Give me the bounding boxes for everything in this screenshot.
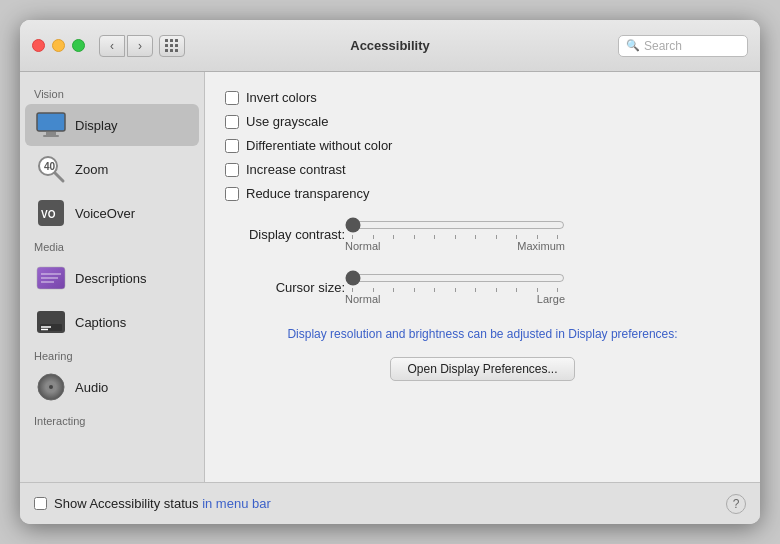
forward-button[interactable]: ›: [127, 35, 153, 57]
cursor-size-label: Cursor size:: [225, 280, 345, 295]
zoom-icon: 40: [35, 153, 67, 185]
reduce-transparency-checkbox[interactable]: [225, 187, 239, 201]
search-box[interactable]: 🔍 Search: [618, 35, 748, 57]
contrast-max-label: Maximum: [517, 240, 565, 252]
captions-icon: [35, 306, 67, 338]
status-label: Show Accessibility status in menu bar: [54, 496, 271, 511]
open-display-prefs-button[interactable]: Open Display Preferences...: [390, 357, 574, 381]
voiceover-icon: VO: [35, 197, 67, 229]
sidebar-item-label-descriptions: Descriptions: [75, 271, 147, 286]
minimize-button[interactable]: [52, 39, 65, 52]
cursor-min-label: Normal: [345, 293, 380, 305]
display-icon: [35, 109, 67, 141]
slider-inline-cursor: Cursor size:: [225, 270, 740, 305]
slider-inline-contrast: Display contrast:: [225, 217, 740, 252]
increase-contrast-checkbox[interactable]: [225, 163, 239, 177]
display-contrast-slider-row: Display contrast:: [225, 217, 740, 252]
sidebar-item-voiceover[interactable]: VO VoiceOver: [25, 192, 199, 234]
cursor-size-slider[interactable]: [345, 270, 565, 286]
display-contrast-slider[interactable]: [345, 217, 565, 233]
close-button[interactable]: [32, 39, 45, 52]
sidebar-item-label-display: Display: [75, 118, 118, 133]
bottom-bar: Show Accessibility status in menu bar ?: [20, 482, 760, 524]
audio-icon: [35, 371, 67, 403]
sidebar-item-label-zoom: Zoom: [75, 162, 108, 177]
checkboxes-block: Invert colors Use grayscale Differentiat…: [225, 88, 740, 203]
increase-contrast-label: Increase contrast: [246, 162, 346, 177]
display-contrast-input-wrap: Normal Maximum: [345, 217, 740, 252]
cursor-max-label: Large: [537, 293, 565, 305]
traffic-lights: [32, 39, 85, 52]
sidebar-item-label-voiceover: VoiceOver: [75, 206, 135, 221]
main-window: ‹ › Accessibility 🔍 Search Vision: [20, 20, 760, 524]
checkbox-row-invert: Invert colors: [225, 90, 740, 105]
maximize-button[interactable]: [72, 39, 85, 52]
sidebar: Vision Display 40: [20, 72, 205, 482]
titlebar: ‹ › Accessibility 🔍 Search: [20, 20, 760, 72]
search-placeholder: Search: [644, 39, 682, 53]
content-area: Invert colors Use grayscale Differentiat…: [205, 72, 760, 482]
sidebar-item-label-audio: Audio: [75, 380, 108, 395]
section-label-media: Media: [20, 235, 204, 256]
grid-button[interactable]: [159, 35, 185, 57]
checkbox-row-contrast: Increase contrast: [225, 162, 740, 177]
use-grayscale-label: Use grayscale: [246, 114, 328, 129]
window-title: Accessibility: [350, 38, 430, 53]
back-button[interactable]: ‹: [99, 35, 125, 57]
svg-text:VO: VO: [41, 209, 56, 220]
differentiate-checkbox[interactable]: [225, 139, 239, 153]
invert-colors-label: Invert colors: [246, 90, 317, 105]
section-label-vision: Vision: [20, 82, 204, 103]
status-in-menubar-checkbox[interactable]: [34, 497, 47, 510]
sidebar-item-audio[interactable]: Audio: [25, 366, 199, 408]
svg-line-4: [55, 173, 63, 181]
sidebar-item-zoom[interactable]: 40 Zoom: [25, 148, 199, 190]
svg-rect-0: [37, 113, 65, 131]
descriptions-icon: [35, 262, 67, 294]
status-label-pre: Show Accessibility status: [54, 496, 202, 511]
sidebar-item-display[interactable]: Display: [25, 104, 199, 146]
sidebar-item-captions[interactable]: Captions: [25, 301, 199, 343]
grid-icon: [165, 39, 179, 53]
svg-rect-2: [43, 135, 59, 137]
section-label-hearing: Hearing: [20, 344, 204, 365]
cursor-size-slider-row: Cursor size:: [225, 270, 740, 305]
checkbox-row-differentiate: Differentiate without color: [225, 138, 740, 153]
nav-buttons: ‹ ›: [99, 35, 153, 57]
help-button[interactable]: ?: [726, 494, 746, 514]
display-contrast-label: Display contrast:: [225, 227, 345, 242]
svg-text:40: 40: [44, 161, 56, 172]
window-body: Vision Display 40: [20, 72, 760, 482]
invert-colors-checkbox[interactable]: [225, 91, 239, 105]
checkbox-row-grayscale: Use grayscale: [225, 114, 740, 129]
svg-point-18: [49, 385, 53, 389]
differentiate-label: Differentiate without color: [246, 138, 392, 153]
status-checkbox-row: Show Accessibility status in menu bar: [34, 496, 271, 511]
cursor-size-input-wrap: Normal Large: [345, 270, 740, 305]
status-label-link: in menu bar: [202, 496, 271, 511]
display-note: Display resolution and brightness can be…: [225, 327, 740, 341]
search-icon: 🔍: [626, 39, 640, 52]
section-label-interacting: Interacting: [20, 409, 204, 430]
sidebar-item-label-captions: Captions: [75, 315, 126, 330]
contrast-min-label: Normal: [345, 240, 380, 252]
svg-rect-1: [46, 132, 56, 135]
checkbox-row-transparency: Reduce transparency: [225, 186, 740, 201]
sidebar-item-descriptions[interactable]: Descriptions: [25, 257, 199, 299]
reduce-transparency-label: Reduce transparency: [246, 186, 370, 201]
use-grayscale-checkbox[interactable]: [225, 115, 239, 129]
